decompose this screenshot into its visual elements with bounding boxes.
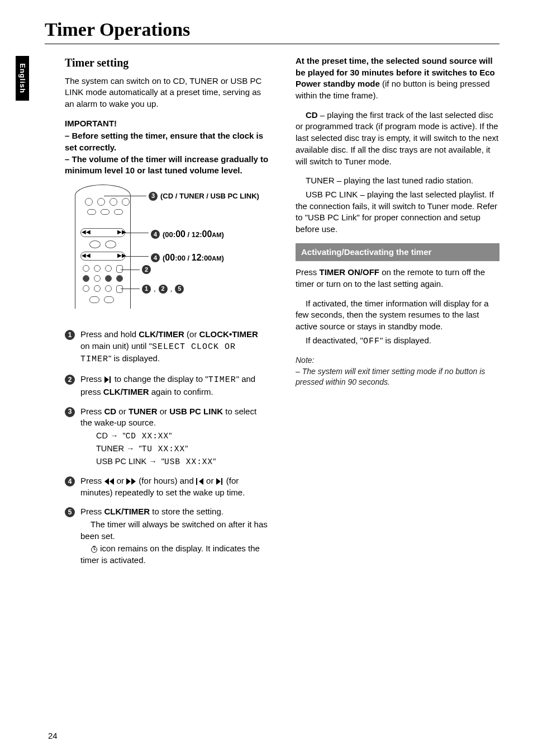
step-3-b1: CD [104, 407, 117, 416]
rewind-icon [104, 478, 115, 485]
preset-time-paragraph: At the preset time, the selected sound s… [296, 55, 499, 102]
step-3-src-cd: CD [96, 431, 108, 440]
step-2-seg: TIMER [208, 375, 236, 385]
important-bullet-2: – The volume of the timer will increase … [65, 154, 269, 177]
step-5-body3: icon remains on the display. It indicate… [80, 544, 260, 565]
intro-paragraph: The system can switch on to CD, TUNER or… [65, 75, 269, 110]
remote-diagram: ◀◀ ▶▶ ◀◀ ▶▶ [65, 185, 266, 319]
step-4-mid3: or [204, 476, 216, 485]
steps-list: 1 Press and hold CLK/TIMER (or CLOCK•TIM… [65, 329, 269, 566]
act-b3-post: " is displayed. [380, 336, 431, 345]
step-1-b2: CLOCK•TIMER [199, 329, 258, 339]
step-3: 3 Press CD or TUNER or USB PC LINK to se… [65, 406, 269, 467]
step-5-body2: The timer will always be switched on aft… [80, 519, 268, 541]
tuner-label: TUNER [306, 176, 335, 185]
act-b: TIMER ON/OFF [320, 267, 380, 277]
title-rule [45, 44, 499, 44]
step-3-line-cd: CD→ "CD XX:XX" [96, 430, 269, 442]
svg-marker-5 [131, 478, 136, 485]
cd-label: CD [306, 110, 318, 120]
step-3-src-tuner: TUNER [96, 444, 124, 453]
svg-marker-8 [216, 478, 221, 485]
tuner-paragraph: TUNER – playing the last tuned radio sta… [296, 175, 499, 187]
activate-body2: If activated, the timer information will… [296, 298, 499, 333]
diagram-badge-1: 1 [142, 285, 151, 294]
step-4-num: 4 [65, 476, 75, 486]
step-1-mid2: on main unit) until " [80, 341, 152, 351]
svg-marker-7 [199, 478, 203, 485]
step-3-seg-tuner: TU XX:XX [142, 445, 185, 453]
step-3-b2: TUNER [129, 407, 158, 416]
svg-rect-1 [110, 376, 111, 383]
note-body: – The system will exit timer setting mod… [296, 366, 499, 388]
step-3-seg-usb: USB XX:XX [164, 457, 213, 466]
step-4: 4 Press or (for hours) and or (for minut… [65, 475, 269, 498]
step-1-num: 1 [65, 330, 75, 340]
note-heading: Note: [296, 355, 499, 366]
step-2-num: 2 [65, 375, 75, 385]
tuner-rest: – playing the last tuned radio station. [335, 176, 474, 185]
svg-marker-2 [104, 478, 109, 485]
language-tab: English [16, 56, 29, 101]
svg-marker-0 [104, 376, 109, 383]
section-heading-timer-setting: Timer setting [65, 55, 269, 71]
step-2-pre: Press [80, 374, 104, 384]
step-2: 2 Press to change the display to "TIMER"… [65, 374, 269, 398]
step-4-mid2: (for hours) and [136, 476, 196, 485]
step-1: 1 Press and hold CLK/TIMER (or CLOCK•TIM… [65, 329, 269, 366]
usb-label: USB PC LINK [306, 190, 358, 199]
step-4-pre: Press [80, 476, 104, 485]
step-1-b1: CLK/TIMER [139, 329, 184, 339]
diagram-step-3-label: (CD / TUNER / USB PC LINK) [160, 191, 259, 201]
left-column: Timer setting The system can switch on t… [65, 55, 269, 574]
step-3-line-tuner: TUNER→ "TU XX:XX" [96, 443, 269, 455]
page-number: 24 [48, 731, 58, 740]
svg-marker-4 [126, 478, 131, 485]
step-3-line-usb: USB PC LINK→ "USB XX:XX" [96, 456, 269, 467]
svg-rect-6 [196, 478, 197, 485]
next-icon [104, 376, 112, 383]
diagram-badge-5: 5 [175, 285, 184, 294]
step-3-or2: or [158, 407, 170, 416]
svg-rect-9 [221, 478, 222, 485]
important-block: IMPORTANT! – Before setting the timer, e… [65, 118, 269, 177]
diagram-step-3-badge: 3 [149, 192, 158, 201]
section-bar-activating: Activating/Deactivating the timer [296, 243, 499, 262]
activate-paragraph: Press TIMER ON/OFF on the remote to turn… [296, 267, 499, 290]
step-5-post: to store the setting. [150, 507, 223, 516]
step-5-num: 5 [65, 507, 75, 517]
step-5: 5 Press CLK/TIMER to store the setting. … [65, 506, 269, 566]
diagram-step-4a-label: (00:00 / 12:00AM) [163, 228, 224, 240]
prev-icon [196, 478, 204, 485]
right-column: At the preset time, the selected sound s… [296, 55, 499, 574]
diagram-step-4a-badge: 4 [151, 230, 160, 239]
ffwd-icon [126, 478, 136, 485]
next-icon-2 [216, 478, 224, 485]
important-bullet-1: – Before setting the timer, ensure that … [65, 130, 269, 153]
page-title: Timer Operations [45, 19, 499, 40]
step-3-b3: USB PC LINK [169, 407, 223, 416]
svg-marker-3 [110, 478, 114, 485]
step-5-pre: Press [80, 507, 104, 516]
clock-timer-icon [91, 546, 98, 553]
step-3-pre: Press [80, 407, 104, 416]
step-1-mid: (or [184, 329, 199, 339]
step-2-mid: to change the display to " [112, 374, 208, 384]
usb-paragraph: USB PC LINK – playing the last selected … [296, 189, 499, 235]
activate-body3: If deactivated, "OFF" is displayed. [296, 335, 499, 348]
important-heading: IMPORTANT! [65, 118, 269, 130]
diagram-step-4b-badge: 4 [151, 253, 160, 262]
cd-rest: – playing the first track of the last se… [296, 110, 498, 166]
step-1-post: " is displayed. [108, 353, 160, 363]
act-b3-pre: If deactivated, " [306, 336, 363, 345]
diagram-step-2-badge: 2 [142, 265, 151, 274]
step-2-b1: CLK/TIMER [103, 387, 149, 396]
step-4-mid1: or [115, 476, 127, 485]
step-2-post: again to confirm. [149, 387, 213, 396]
diagram-step-4b-label: (00:00 / 12:00AM) [163, 252, 224, 264]
act-b3-seg: OFF [363, 337, 380, 346]
act-pre: Press [296, 267, 320, 277]
step-1-pre: Press and hold [80, 329, 139, 339]
step-3-or1: or [116, 407, 129, 416]
usb-label-2: USB PC Link [308, 212, 357, 222]
